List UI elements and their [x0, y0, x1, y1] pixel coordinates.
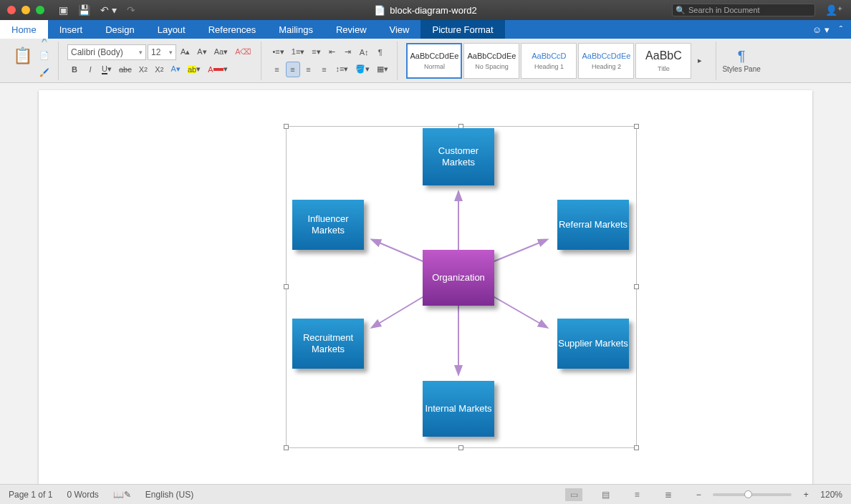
status-bar: Page 1 of 1 0 Words 📖✎ English (US) ▭ ▤ … [0, 484, 851, 504]
sort-icon[interactable]: A↕ [357, 44, 372, 60]
underline-button[interactable]: U▾ [99, 62, 115, 77]
style-heading2[interactable]: AaBbCcDdEeHeading 2 [578, 43, 634, 79]
tab-mailings[interactable]: Mailings [267, 20, 324, 39]
ribbon-tabs: Home Insert Design Layout References Mai… [0, 20, 851, 39]
resize-handle[interactable] [634, 284, 639, 289]
font-color-icon[interactable]: A▾ [205, 62, 230, 77]
style-heading1[interactable]: AaBbCcDHeading 1 [521, 43, 577, 79]
numbering-icon[interactable]: 1≡▾ [289, 44, 308, 60]
resize-handle[interactable] [634, 445, 639, 450]
text-effects-icon[interactable]: A▾ [168, 62, 183, 77]
style-title[interactable]: AaBbCTitle [635, 43, 691, 79]
node-referral-markets: Referral Markets [557, 200, 629, 250]
collapse-ribbon-icon[interactable]: ˆ [840, 24, 842, 35]
node-supplier-markets: Supplier Markets [557, 319, 629, 369]
node-internal-markets: Internal Markets [423, 381, 494, 437]
page[interactable]: ⟳ Organization Cus [39, 90, 812, 484]
zoom-level[interactable]: 120% [820, 490, 842, 500]
document-title: 📄 block-diagram-word2 [374, 5, 476, 16]
word-count[interactable]: 0 Words [67, 490, 98, 500]
increase-indent-icon[interactable]: ⇥ [341, 44, 355, 60]
tab-home[interactable]: Home [0, 20, 48, 39]
shrink-font-icon[interactable]: A▾ [194, 44, 209, 60]
grow-font-icon[interactable]: A▴ [178, 44, 193, 60]
tab-insert[interactable]: Insert [48, 20, 95, 39]
align-left-icon[interactable]: ≡ [270, 62, 284, 77]
font-size-select[interactable]: 12▾ [148, 44, 176, 60]
svg-line-4 [372, 295, 426, 327]
bold-button[interactable]: B [67, 62, 82, 77]
zoom-control: − + 120% [691, 487, 842, 503]
borders-icon[interactable]: ▦▾ [374, 62, 391, 77]
tab-review[interactable]: Review [324, 20, 378, 39]
italic-button[interactable]: I [83, 62, 97, 77]
clear-formatting-icon[interactable]: A⌫ [232, 44, 254, 60]
titlebar: ▣ 💾 ↶ ▾ ↷ 📄 block-diagram-word2 🔍 Search… [0, 0, 851, 20]
justify-icon[interactable]: ≡ [317, 62, 332, 77]
search-in-document[interactable]: 🔍 Search in Document [672, 4, 815, 16]
resize-handle[interactable] [284, 284, 289, 289]
show-marks-icon[interactable]: ¶ [373, 44, 388, 60]
subscript-button[interactable]: X2 [136, 62, 150, 77]
highlight-color-icon[interactable]: ab▾ [185, 62, 203, 77]
align-right-icon[interactable]: ≡ [302, 62, 316, 77]
font-group: Calibri (Body)▾ 12▾ A▴ A▾ Aa▾ A⌫ B I U▾ … [62, 42, 261, 80]
tab-picture-format[interactable]: Picture Format [420, 20, 504, 39]
resize-handle[interactable] [458, 445, 463, 450]
bullets-icon[interactable]: •≡▾ [270, 44, 287, 60]
resize-handle[interactable] [634, 124, 639, 129]
shading-icon[interactable]: 🪣▾ [352, 62, 372, 77]
styles-group: AaBbCcDdEeNormal AaBbCcDdEeNo Spacing Aa… [400, 42, 713, 80]
zoom-slider[interactable] [713, 493, 792, 496]
multilevel-list-icon[interactable]: ≡▾ [309, 44, 323, 60]
close-icon[interactable] [7, 6, 16, 14]
search-icon: 🔍 [675, 6, 686, 15]
resize-handle[interactable] [284, 445, 289, 450]
resize-handle[interactable] [284, 124, 289, 129]
format-painter-icon[interactable]: 🖌️ [37, 65, 52, 81]
node-organization: Organization [423, 250, 494, 306]
web-layout-view-icon[interactable]: ▤ [597, 488, 614, 501]
minimize-icon[interactable] [21, 6, 30, 14]
print-layout-view-icon[interactable]: ▭ [565, 488, 582, 501]
feedback-icon[interactable]: ☺ ▾ [812, 24, 830, 35]
undo-icon[interactable]: ↶ ▾ [100, 4, 117, 16]
styles-pane-group: ¶ Styles Pane [716, 42, 766, 80]
node-influencer-markets: Influencer Markets [292, 200, 364, 250]
page-indicator[interactable]: Page 1 of 1 [9, 490, 52, 500]
save-group-icon[interactable]: ▣ [59, 4, 68, 16]
copy-icon[interactable]: 📄 [37, 48, 52, 64]
tab-design[interactable]: Design [94, 20, 145, 39]
zoom-slider-thumb[interactable] [744, 490, 752, 498]
font-name-select[interactable]: Calibri (Body)▾ [67, 44, 146, 60]
draft-view-icon[interactable]: ≣ [660, 488, 677, 501]
zoom-in-icon[interactable]: + [799, 487, 813, 503]
style-normal[interactable]: AaBbCcDdEeNormal [406, 43, 462, 79]
redo-icon[interactable]: ↷ [127, 4, 135, 16]
maximize-icon[interactable] [36, 6, 44, 14]
styles-pane-icon[interactable]: ¶ [734, 48, 749, 64]
tab-layout[interactable]: Layout [146, 20, 197, 39]
language-indicator[interactable]: English (US) [145, 490, 193, 500]
styles-more-icon[interactable]: ▸ [693, 43, 707, 79]
clipboard-group: 📋 ✂️ 📄 🖌️ Paste [4, 42, 59, 80]
zoom-out-icon[interactable]: − [691, 487, 706, 503]
style-no-spacing[interactable]: AaBbCcDdEeNo Spacing [463, 43, 519, 79]
tab-view[interactable]: View [378, 20, 421, 39]
line-spacing-icon[interactable]: ↕≡▾ [333, 62, 352, 77]
outline-view-icon[interactable]: ≡ [628, 488, 645, 501]
align-center-icon[interactable]: ≡ [286, 62, 300, 77]
share-icon[interactable]: 👤⁺ [825, 4, 842, 16]
svg-line-5 [491, 295, 547, 327]
spellcheck-icon[interactable]: 📖✎ [113, 490, 131, 500]
strikethrough-button[interactable]: abc [116, 62, 135, 77]
document-area[interactable]: ⟳ Organization Cus [0, 83, 851, 484]
rotate-handle-icon[interactable]: ⟳ [420, 83, 428, 84]
change-case-icon[interactable]: Aa▾ [211, 44, 231, 60]
picture-selection[interactable]: Organization Customer Markets Internal M… [286, 126, 637, 448]
save-icon[interactable]: 💾 [78, 4, 90, 16]
paste-icon[interactable]: 📋 [10, 48, 35, 64]
superscript-button[interactable]: X2 [152, 62, 166, 77]
decrease-indent-icon[interactable]: ⇤ [325, 44, 340, 60]
tab-references[interactable]: References [197, 20, 267, 39]
